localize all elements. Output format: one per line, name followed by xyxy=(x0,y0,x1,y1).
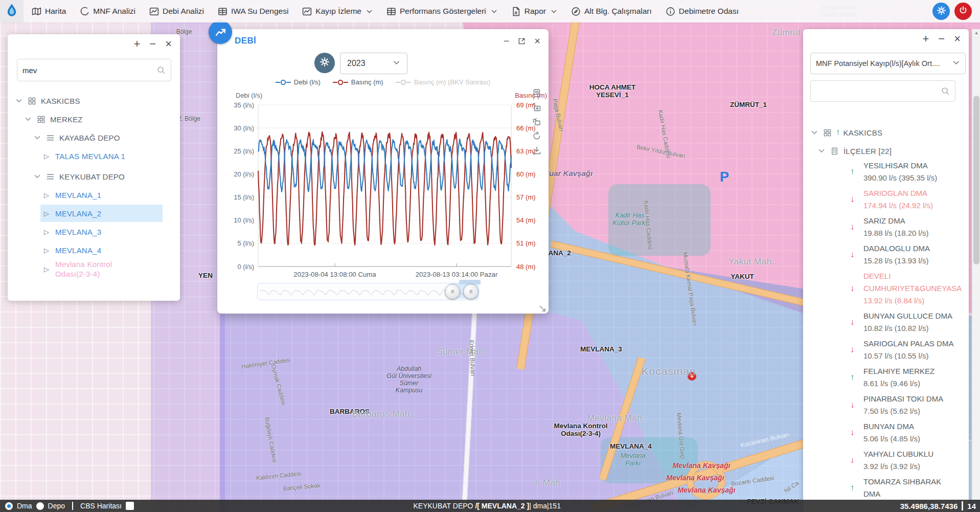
chart-settings-button[interactable] xyxy=(314,53,335,73)
dma-item-bunyan-gulluce-dma[interactable]: ↓BUNYAN GULLUCE DMA10.82 l/s (10.82 l/s) xyxy=(803,308,956,336)
panel-expand-button[interactable]: + xyxy=(922,32,929,46)
dma-item-sarioglan-dma[interactable]: ↓SARIOGLAN DMA174.94 l/s (24.92 l/s) xyxy=(803,186,956,213)
caret-down-icon[interactable] xyxy=(817,147,826,154)
dma-name: TOMARZA SIHBARAK DMA xyxy=(863,476,956,500)
dma-search-box xyxy=(810,80,955,102)
dma-value: 174.94 l/s (24.92 l/s) xyxy=(863,199,956,212)
map-label: Mevlana Kavşağı xyxy=(667,474,724,482)
nav-item-performans-g-stergeleri[interactable]: Performans Göstergeleri xyxy=(386,7,497,16)
toolbox-refresh-icon[interactable] xyxy=(532,131,541,141)
minimize-button[interactable]: − xyxy=(504,35,510,47)
svg-text:54 (m): 54 (m) xyxy=(516,216,536,224)
datazoom-handle-left[interactable]: ≡ xyxy=(445,284,460,299)
expand-triangle-icon[interactable]: ▷ xyxy=(42,228,51,236)
tree-item-kaskicbs[interactable]: ↑KASKICBS xyxy=(803,123,969,142)
dma-item-sariz-dma[interactable]: ↓SARIZ DMA19.88 l/s (18.20 l/s) xyxy=(803,213,956,241)
toolbox-zoom-select-icon[interactable] xyxy=(532,103,541,112)
legend-item-bas-n-m[interactable]: Basınç (m) xyxy=(333,78,383,86)
dma-item-felahiye-merkez[interactable]: ↑FELAHIYE MERKEZ8.61 l/s (9.46 l/s) xyxy=(803,364,956,391)
nav-item-iwa-su-dengesi[interactable]: IWA Su Dengesi xyxy=(218,7,288,16)
dma-item-pinarbasi-toki-dma[interactable]: ↓PINARBASI TOKI DMA7.50 l/s (5.62 l/s) xyxy=(803,391,956,419)
main-menu: HaritaMNF AnaliziDebi AnaliziIWA Su Deng… xyxy=(32,7,739,16)
info-icon xyxy=(666,7,675,16)
cbs-map-checkbox[interactable] xyxy=(126,502,134,510)
tree-item-mevlana-3[interactable]: ▷MEVLANA_3 xyxy=(8,222,180,241)
nav-item-rapor[interactable]: Rapor xyxy=(511,7,557,16)
window-resize-handle[interactable] xyxy=(538,304,546,313)
tree-item-mevlana-4[interactable]: ▷MEVLANA_4 xyxy=(8,241,180,259)
dma-item-tomarza-sihbarak-dma[interactable]: ↑TOMARZA SIHBARAK DMA xyxy=(803,474,956,502)
dma-item-sarioglan-palas-dma[interactable]: ↓SARIOGLAN PALAS DMA10.57 l/s (10.55 l/s… xyxy=(803,336,956,364)
dma-item-dadaloglu-dma[interactable]: ↓DADALOGLU DMA15.28 l/s (13.93 l/s) xyxy=(803,241,956,269)
scroll-up-arrow-icon[interactable]: ▲ xyxy=(972,30,980,35)
caret-down-icon[interactable] xyxy=(24,116,32,123)
map-label: Oymak Caddesi xyxy=(270,364,287,406)
dma-item-yesilhisar-dma[interactable]: ↑YESILHISAR DMA390.90 l/s (395.35 l/s) xyxy=(803,158,956,186)
expand-triangle-icon[interactable]: ▷ xyxy=(42,265,51,273)
datazoom-slider[interactable]: ≡ ≡ xyxy=(257,283,479,300)
toolbox-restore-icon[interactable] xyxy=(532,117,541,126)
nav-item-kay-p-i-zleme[interactable]: Kayıp İzleme xyxy=(302,7,373,16)
tree-item-mevlana-kontrol-odas-2-3-4[interactable]: ▷Mevlana Kontrol Odası(2-3-4) xyxy=(8,259,180,279)
nav-right-buttons xyxy=(932,3,972,20)
settings-button[interactable] xyxy=(932,3,950,20)
panel-collapse-button[interactable]: − xyxy=(149,37,156,51)
nav-item-mnf-analizi[interactable]: MNF Analizi xyxy=(80,7,135,16)
dma-search-input[interactable] xyxy=(811,87,941,96)
nav-item-debi-analizi[interactable]: Debi Analizi xyxy=(149,7,204,16)
panel-collapse-button[interactable]: − xyxy=(938,32,945,46)
caret-down-icon[interactable] xyxy=(33,173,41,180)
depo-layer-radio[interactable] xyxy=(36,502,44,510)
tree-item-mevlana-2[interactable]: ▷MEVLANA_2 xyxy=(8,204,180,222)
tree-item-keykubat-depo[interactable]: KEYKUBAT DEPO xyxy=(8,167,180,186)
dma-item-develi-cumhuriyet-guneyasa[interactable]: ↓DEVELI CUMHURIYET&GUNEYASA13.92 l/s (8.… xyxy=(803,269,956,308)
expand-triangle-icon[interactable]: ▷ xyxy=(42,152,51,160)
metric-dropdown[interactable]: MNF Potansiyel Kayıp(l/s)[Aylık Ort.... xyxy=(810,53,966,74)
tree-item-talas-mevlana-1[interactable]: ▷TALAS MEVLANA 1 xyxy=(8,147,180,165)
dma-item-yahyali-cubuklu[interactable]: ↓YAHYALI CUBUKLU3.92 l/s (3.92 l/s) xyxy=(803,447,956,474)
caret-down-icon[interactable] xyxy=(810,129,818,136)
svg-text:57 (m): 57 (m) xyxy=(516,193,536,201)
dma-list: ↑YESILHISAR DMA390.90 l/s (395.35 l/s)↓S… xyxy=(803,158,956,502)
dma-item-bunyan-dma[interactable]: ↓BUNYAN DMA5.06 l/s (4.85 l/s) xyxy=(803,419,956,447)
scrollbar-thumb[interactable] xyxy=(973,96,979,264)
map-label: Abdullah Gül Üniversitesi Sümer Kampusu xyxy=(386,365,431,394)
panel-close-button[interactable]: × xyxy=(954,32,961,46)
depo-layer-label: Depo xyxy=(48,502,65,510)
expand-triangle-icon[interactable]: ▷ xyxy=(42,210,51,217)
dma-layer-radio[interactable] xyxy=(5,502,13,510)
tree-item-merkez[interactable]: MERKEZ xyxy=(8,110,180,128)
panel-close-button[interactable]: × xyxy=(165,37,172,51)
app-logo[interactable] xyxy=(0,0,24,23)
trend-down-icon: ↓ xyxy=(850,194,863,205)
tree-search-input[interactable] xyxy=(17,66,157,75)
toolbox-data-view-icon[interactable] xyxy=(532,88,541,98)
caret-down-icon[interactable] xyxy=(15,97,23,104)
tree-item-kayaba-depo[interactable]: KAYABAĞ DEPO xyxy=(8,128,180,147)
datazoom-handle-right[interactable]: ≡ xyxy=(463,284,478,299)
logout-button[interactable] xyxy=(954,3,972,20)
nav-item-debimetre-odas[interactable]: Debimetre Odası xyxy=(666,7,739,16)
maximize-button[interactable] xyxy=(517,37,526,46)
tree-item-ilceler[interactable]: İLÇELER [22] xyxy=(803,142,969,160)
map-label: Bölge xyxy=(176,28,192,35)
year-dropdown[interactable]: 2023 xyxy=(340,53,407,74)
expand-triangle-icon[interactable]: ▷ xyxy=(42,247,51,254)
legend-item-bas-n-m-bkv-sonras[interactable]: Basınç (m) (BKV Sonrası) xyxy=(396,78,491,86)
legend-item-debi-l-s[interactable]: Debi (l/s) xyxy=(276,78,321,86)
nav-item-harita[interactable]: Harita xyxy=(32,7,66,16)
legend-label: Basınç (m) (BKV Sonrası) xyxy=(414,78,491,86)
panel-expand-button[interactable]: + xyxy=(133,37,140,51)
tree-item-mevlana-1[interactable]: ▷MEVLANA_1 xyxy=(8,186,180,204)
map-label: e Mah. xyxy=(535,478,563,488)
expand-triangle-icon[interactable]: ▷ xyxy=(42,191,51,199)
toolbox-save-image-icon[interactable] xyxy=(532,146,541,155)
tree-item-kaskicbs[interactable]: KASKICBS xyxy=(8,92,180,110)
close-button[interactable]: × xyxy=(534,35,540,47)
tree-item-label: KAYABAĞ DEPO xyxy=(59,133,120,142)
nav-item-alt-blg-al-malar[interactable]: Alt Blg. Çalışmaları xyxy=(571,7,652,16)
map-red-plus-marker[interactable]: + xyxy=(688,372,696,381)
dma-value: 8.61 l/s (9.46 l/s) xyxy=(863,377,956,390)
caret-down-icon[interactable] xyxy=(33,134,41,141)
vertical-scrollbar[interactable]: ▲ xyxy=(972,29,980,500)
